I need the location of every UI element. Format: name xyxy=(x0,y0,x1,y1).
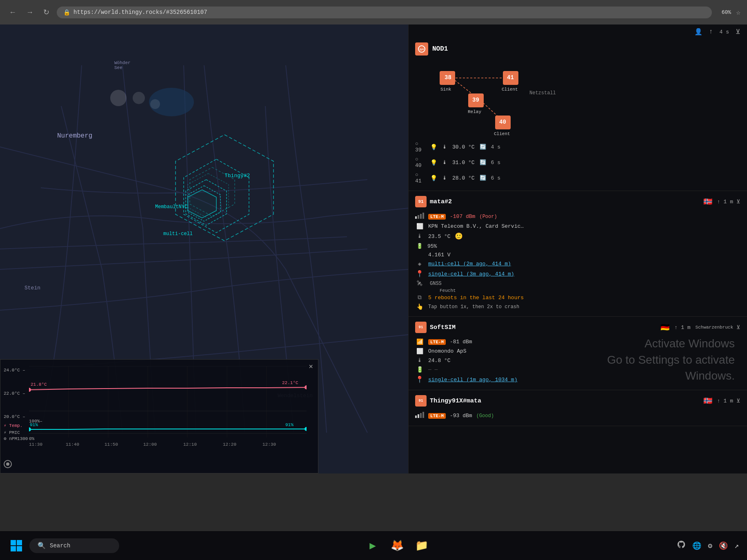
signal-bars-icon xyxy=(415,213,424,220)
svg-text:Netzstall: Netzstall xyxy=(529,90,556,96)
main-content: WöhderSee Nuremberg Stein Wendelstein Th… xyxy=(0,24,747,514)
sim-icon: ⬜ xyxy=(415,223,424,230)
svg-text:Client: Client xyxy=(494,131,510,136)
softsim-sim-icon: ⬜ xyxy=(415,348,424,355)
softsim-location-icon: 📍 xyxy=(415,376,424,384)
svg-text:21.8°C: 21.8°C xyxy=(31,382,47,387)
thingy91-filter-icon: ⊻ xyxy=(736,398,740,404)
mata2-lte-label: LTE-M xyxy=(428,214,446,220)
github-icon[interactable] xyxy=(675,538,687,553)
softsim-location-link[interactable]: single-cell (1m ago, 1034 m) xyxy=(428,377,517,383)
globe-icon[interactable]: 🌐 xyxy=(691,540,703,552)
mata2-voltage-row: 4.161 V xyxy=(415,251,740,259)
map-area[interactable]: WöhderSee Nuremberg Stein Wendelstein Th… xyxy=(0,24,408,473)
softsim-filter-icon: ⊻ xyxy=(736,324,740,331)
thingy91-signal-quality: (Good) xyxy=(476,413,494,419)
svg-point-25 xyxy=(305,427,307,431)
mata2-time: 1 m xyxy=(724,199,733,205)
forward-button[interactable]: → xyxy=(24,7,36,18)
softsim-title: SoftSIM xyxy=(430,324,657,331)
record-button[interactable] xyxy=(4,460,12,468)
svg-rect-57 xyxy=(11,546,16,551)
mata2-multicell-row: ◈ multi-cell (2m ago, 414 m) xyxy=(415,259,740,269)
svg-text:Relay: Relay xyxy=(468,109,481,114)
arrow-up-icon[interactable]: ↗ xyxy=(733,540,740,552)
chart-svg: 21.8°C 22.1°C 91% 91% 11:30 11:40 11:50 … xyxy=(29,366,307,456)
sidebar[interactable]: 👤 ↑ 4 s ⊻ n+ NOD1 xyxy=(408,24,747,473)
feucht-label: Feucht xyxy=(440,288,740,293)
battery-icon: 🔋 xyxy=(415,243,424,249)
svg-point-22 xyxy=(29,388,31,392)
settings-icon[interactable]: ⚙ xyxy=(706,540,714,552)
mata2-header: 91 mata#2 🇳🇴 ↑ 1 m ⊻ xyxy=(415,196,740,207)
y-label-bot: 20.0°C – xyxy=(4,414,25,419)
thingy91-signal-icon xyxy=(415,412,424,420)
mata2-singlecell-row: 📍 single-cell (3m ago, 414 m) xyxy=(415,269,740,279)
thingy91-signal-dbm: -93 dBm xyxy=(450,413,472,419)
stack-icon: ⧉ xyxy=(415,294,424,301)
taskbar-app-media[interactable]: ▶ xyxy=(362,535,383,556)
thingy91-title: Thingy91X#mata xyxy=(430,398,700,404)
nod1-title: NOD1 xyxy=(432,45,740,53)
mata2-flag: 🇳🇴 xyxy=(703,197,712,206)
windows-start-button[interactable] xyxy=(7,536,26,556)
node-item-40: ○ 40 💡 🌡 31.0 °C 🔄 6 s xyxy=(415,155,740,170)
back-button[interactable]: ← xyxy=(7,7,19,18)
y-label-top: 24.0°C – xyxy=(4,368,25,373)
softsim-location-row: 📍 single-cell (1m ago, 1034 m) xyxy=(415,374,740,385)
chart-legend-npm: ⚙ nPM1300 xyxy=(4,436,28,441)
svg-rect-58 xyxy=(17,546,22,551)
refresh-button[interactable]: ↻ xyxy=(41,6,52,18)
softsim-signal-dbm: -81 dBm xyxy=(450,339,472,345)
svg-text:11:30: 11:30 xyxy=(29,442,42,447)
svg-text:12:10: 12:10 xyxy=(183,442,197,447)
svg-text:41: 41 xyxy=(507,74,514,81)
svg-text:Client: Client xyxy=(502,87,518,92)
search-bar[interactable]: 🔍 Search xyxy=(29,538,119,553)
svg-text:Sink: Sink xyxy=(440,87,451,92)
svg-text:91%: 91% xyxy=(30,422,38,427)
address-bar[interactable]: 🔒 https://world.thingy.rocks/#3526561010… xyxy=(57,7,712,18)
mata2-tap-row: 👆 Tap button 1x, then 2x to crash xyxy=(415,302,740,311)
chart-legend-pmic: ⚡ PMIC xyxy=(4,430,28,435)
battery-0-label: 0% xyxy=(29,436,34,441)
mata2-singlecell-link[interactable]: single-cell (3m ago, 414 m) xyxy=(428,271,514,277)
user-icon: 👤 xyxy=(694,28,703,36)
layers-icon: ◈ xyxy=(415,260,424,267)
mata2-gnss-label: GNSS xyxy=(428,281,442,287)
svg-rect-56 xyxy=(17,540,22,545)
chart-overlay: × 24.0°C – 22.0°C – 20.0°C – ⚡ Temp. ⚡ P… xyxy=(0,359,318,473)
taskbar-app-firefox[interactable]: 🦊 xyxy=(387,535,408,556)
thingy91-lte-label: LTE-M xyxy=(428,413,446,419)
sidebar-top-bar: 👤 ↑ 4 s ⊻ xyxy=(409,24,747,38)
mata2-tap-text: Tap button 1x, then 2x to crash xyxy=(428,304,519,310)
mata2-title: mata#2 xyxy=(430,198,700,205)
svg-text:38: 38 xyxy=(445,74,451,81)
svg-point-11 xyxy=(150,99,160,109)
svg-text:12:20: 12:20 xyxy=(223,442,236,447)
chart-close-button[interactable]: × xyxy=(309,363,313,371)
svg-text:n+: n+ xyxy=(420,47,424,51)
wifi-icon: 📶 xyxy=(415,338,424,345)
thingy91-header: 91 Thingy91X#mata 🇳🇴 ↑ 1 m ⊻ xyxy=(415,395,740,407)
mata2-reboots-row: ⧉ 5 reboots in the last 24 hours xyxy=(415,293,740,302)
mood-icon: 🙂 xyxy=(455,232,463,240)
softsim-wifi-row: 📶 LTE-M -81 dBm xyxy=(415,337,740,347)
mute-icon[interactable]: 🔇 xyxy=(717,540,729,552)
taskbar-app-files[interactable]: 📁 xyxy=(411,535,432,556)
search-icon: 🔍 xyxy=(38,542,46,550)
location-pin-icon: 📍 xyxy=(415,270,424,278)
softsim-flag: 🇩🇪 xyxy=(660,323,669,332)
softsim-operator: Onomondo ApS xyxy=(428,348,467,354)
chart-legend-temp: ⚡ Temp. xyxy=(4,423,28,428)
search-placeholder: Search xyxy=(50,542,70,549)
softsim-lte-label: LTE-M xyxy=(428,339,446,345)
softsim-header: 91 SoftSIM 🇩🇪 ↑ 1 m Schwarzenbruck ⊻ xyxy=(415,322,740,333)
svg-text:12:00: 12:00 xyxy=(143,442,157,447)
softsim-panel: 91 SoftSIM 🇩🇪 ↑ 1 m Schwarzenbruck ⊻ 📶 L… xyxy=(409,317,747,390)
svg-point-10 xyxy=(133,92,145,104)
mata2-multicell-link[interactable]: multi-cell (2m ago, 414 m) xyxy=(428,261,511,267)
mata2-signal-dbm: -107 dBm xyxy=(450,213,475,220)
softsim-temp: 24.8 °C xyxy=(428,358,451,364)
svg-text:39: 39 xyxy=(472,97,479,103)
